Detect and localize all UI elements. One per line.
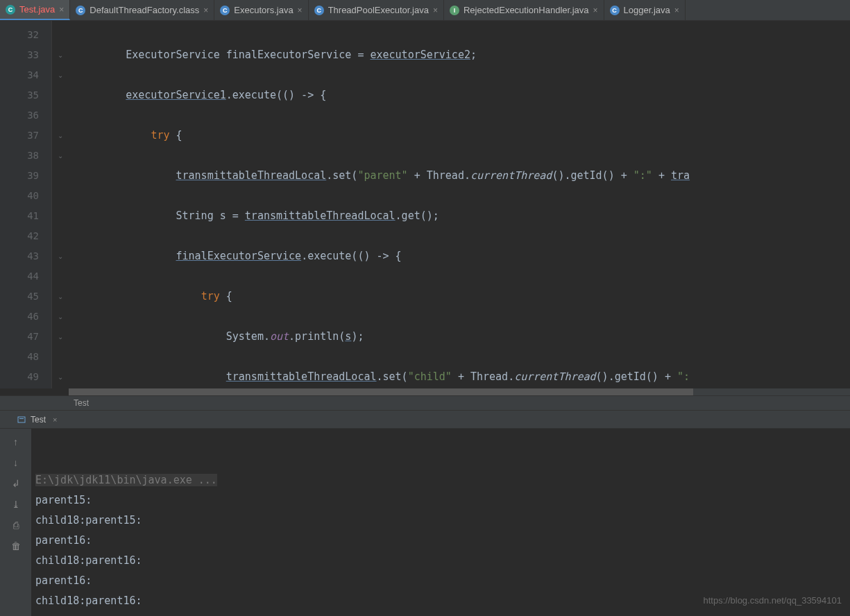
tab-executors-java[interactable]: C Executors.java × <box>214 0 308 20</box>
breadcrumb[interactable]: Test <box>0 395 850 411</box>
class-icon: C <box>314 6 324 15</box>
scroll-to-end-icon[interactable]: ⤓ <box>10 498 22 511</box>
up-stack-icon[interactable]: ↑ <box>10 436 22 448</box>
fold-marker-gutter: ⌄⌄⌄⌄⌄⌄⌄⌄⌄ <box>52 21 69 388</box>
tab-label: Logger.java <box>624 5 670 15</box>
svg-rect-0 <box>18 417 25 422</box>
tab-rejected-execution-handler[interactable]: I RejectedExecutionHandler.java × <box>444 0 604 20</box>
breadcrumb-item[interactable]: Test <box>74 398 89 408</box>
close-icon[interactable]: × <box>298 6 303 15</box>
run-config-icon <box>17 415 26 425</box>
close-icon[interactable]: × <box>59 5 64 15</box>
close-icon[interactable]: × <box>203 6 208 15</box>
class-icon: C <box>76 6 85 15</box>
run-console: ↑ ↓ ↲ ⤓ ⎙ 🗑 E:\jdk\jdk11\bin\java.exe ..… <box>0 429 850 616</box>
tab-label: RejectedExecutionHandler.java <box>464 5 589 15</box>
editor-tabs: C Test.java × C DefaultThreadFactory.cla… <box>0 0 850 21</box>
console-output[interactable]: E:\jdk\jdk11\bin\java.exe ...parent15:ch… <box>31 429 850 616</box>
scrollbar-thumb[interactable] <box>69 388 693 395</box>
run-tool-window-tabs: Test × <box>0 411 850 429</box>
class-icon: C <box>6 5 15 15</box>
tab-label: ThreadPoolExecutor.java <box>328 5 429 15</box>
code-area[interactable]: ExecutorService finalExecutorService = e… <box>69 21 850 388</box>
trash-icon[interactable]: 🗑 <box>10 540 22 552</box>
code-editor[interactable]: 323334353637383940414243444546474849 ⌄⌄⌄… <box>0 21 850 388</box>
interface-icon: I <box>450 6 459 15</box>
tab-logger-java[interactable]: C Logger.java × <box>604 0 686 20</box>
class-icon: C <box>220 6 230 15</box>
tab-default-thread-factory[interactable]: C DefaultThreadFactory.class × <box>70 0 214 20</box>
watermark: https://blog.csdn.net/qq_33594101 <box>704 590 842 610</box>
class-icon: C <box>610 6 620 15</box>
down-stack-icon[interactable]: ↓ <box>10 456 22 469</box>
console-toolbar: ↑ ↓ ↲ ⤓ ⎙ 🗑 <box>0 429 31 616</box>
line-number-gutter: 323334353637383940414243444546474849 <box>0 21 52 388</box>
close-icon[interactable]: × <box>53 416 57 424</box>
close-icon[interactable]: × <box>593 6 598 15</box>
close-icon[interactable]: × <box>674 6 679 15</box>
print-icon[interactable]: ⎙ <box>10 519 22 531</box>
run-tab-label[interactable]: Test <box>31 415 46 425</box>
soft-wrap-icon[interactable]: ↲ <box>10 477 22 490</box>
svg-rect-1 <box>19 418 24 419</box>
close-icon[interactable]: × <box>433 6 438 15</box>
tab-label: Executors.java <box>234 5 293 15</box>
tab-label: DefaultThreadFactory.class <box>90 5 199 15</box>
tab-test-java[interactable]: C Test.java × <box>0 0 70 20</box>
horizontal-scrollbar[interactable] <box>69 388 850 395</box>
tab-label: Test.java <box>19 4 55 15</box>
tab-thread-pool-executor[interactable]: C ThreadPoolExecutor.java × <box>309 0 444 20</box>
